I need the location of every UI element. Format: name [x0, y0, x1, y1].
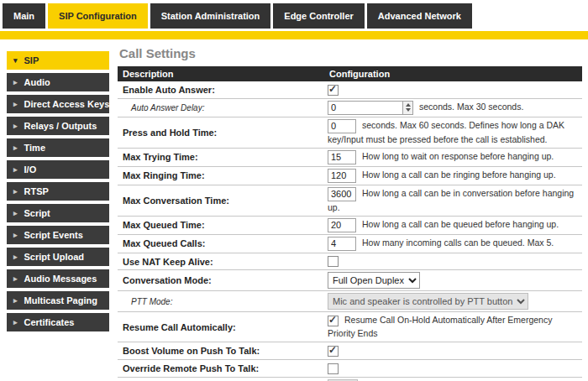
- row-config: [324, 255, 582, 269]
- row-config: [324, 362, 582, 375]
- table-row-override-remote-push-to-talk: Override Remote Push To Talk:: [118, 360, 582, 378]
- row-label: PTT Mode:: [118, 297, 324, 306]
- sidebar-item-direct-access-keys[interactable]: ▸ Direct Access Keys: [7, 95, 109, 113]
- boost-volume-on-push-to-talk-checkbox[interactable]: [328, 346, 339, 357]
- sidebar-item-audio[interactable]: ▸ Audio: [7, 73, 109, 91]
- column-header-configuration: Configuration: [324, 66, 582, 81]
- row-config: [324, 83, 582, 97]
- tab-station-administration[interactable]: Station Administration: [150, 3, 271, 29]
- number-stepper-icon[interactable]: [402, 101, 413, 115]
- sidebar-item-script-events[interactable]: ▸ Script Events: [7, 226, 109, 244]
- content: ▾ SIP ▸ Audio ▸ Direct Access Keys ▸ Rel…: [0, 39, 588, 381]
- use-nat-keep-alive-checkbox[interactable]: [328, 256, 339, 267]
- row-note: How long a call can be in conversation b…: [328, 188, 574, 212]
- page-title: Call Settings: [119, 46, 582, 60]
- max-queued-calls-input[interactable]: [328, 237, 356, 251]
- table-row-conversation-mode: Conversation Mode:Full Open Duplex: [118, 270, 582, 291]
- table-row-ptt-mode: PTT Mode:Mic and speaker is controlled b…: [118, 291, 582, 312]
- row-config: How many incoming calls can be queued. M…: [324, 237, 582, 251]
- sidebar-item-label: Script: [24, 208, 50, 218]
- ptt-mode-select[interactable]: Mic and speaker is controlled by PTT but…: [328, 293, 528, 310]
- tab-sip-configuration[interactable]: SIP Configuration: [48, 3, 148, 29]
- row-note: Resume Call On-Hold Automatically After …: [328, 315, 552, 338]
- max-conversation-time-input[interactable]: [328, 187, 356, 201]
- row-label: Max Trying Time:: [118, 152, 324, 162]
- sidebar-item-audio-messages[interactable]: ▸ Audio Messages: [7, 269, 109, 288]
- tab-advanced-network[interactable]: Advanced Network: [367, 3, 472, 29]
- table-row-max-queued-time: Max Queued Time:How long a call can be q…: [118, 217, 582, 235]
- max-ringing-time-input[interactable]: [328, 169, 356, 183]
- table-row-press-and-hold-time: Press and Hold Time:seconds. Max 60 seco…: [118, 117, 582, 149]
- chevron-right-icon: ▸: [13, 144, 18, 152]
- table-row-max-trying-time: Max Trying Time:How long to wait on resp…: [118, 149, 582, 167]
- sidebar-item-label: Audio Messages: [24, 274, 97, 284]
- enable-auto-answer-checkbox[interactable]: [328, 85, 339, 96]
- resume-call-automically-checkbox[interactable]: [328, 316, 339, 326]
- override-remote-push-to-talk-checkbox[interactable]: [328, 363, 339, 374]
- chevron-down-icon: ▾: [13, 56, 18, 65]
- chevron-right-icon: ▸: [13, 209, 18, 217]
- row-config: [324, 344, 582, 358]
- sidebar-item-relays-outputs[interactable]: ▸ Relays / Outputs: [7, 117, 109, 135]
- chevron-right-icon: ▸: [13, 78, 18, 86]
- sidebar-item-rtsp[interactable]: ▸ RTSP: [7, 182, 109, 201]
- table-row-resume-call-automically: Resume Call Automically:Resume Call On-H…: [118, 312, 582, 342]
- row-label: Max Queued Calls:: [118, 238, 324, 248]
- sidebar-item-label: Audio: [24, 77, 50, 87]
- row-config: Mic and speaker is controlled by PTT but…: [324, 293, 582, 310]
- sidebar-item-sip[interactable]: ▾ SIP: [7, 51, 109, 70]
- chevron-right-icon: ▸: [13, 253, 18, 261]
- auto-answer-delay-stepper[interactable]: [328, 101, 413, 115]
- sidebar-item-script[interactable]: ▸ Script: [7, 204, 109, 222]
- tab-edge-controller[interactable]: Edge Controller: [273, 3, 365, 29]
- row-label: Conversation Mode:: [118, 275, 324, 285]
- row-label: Max Conversation Time:: [118, 196, 324, 206]
- tab-main[interactable]: Main: [3, 3, 45, 29]
- sidebar-item-label: Direct Access Keys: [24, 99, 110, 109]
- sidebar-item-label: Script Events: [24, 230, 83, 240]
- press-and-hold-time-input[interactable]: [328, 119, 356, 133]
- table-row-enable-auto-answer: Enable Auto Answer:: [118, 81, 582, 99]
- accent-bar: [0, 31, 588, 39]
- chevron-right-icon: ▸: [13, 274, 18, 283]
- sidebar-item-label: Multicast Paging: [24, 295, 97, 305]
- max-queued-time-input[interactable]: [328, 218, 356, 232]
- row-config: Resume Call On-Hold Automatically After …: [324, 314, 582, 340]
- sidebar-item-certificates[interactable]: ▸ Certificates: [7, 313, 109, 331]
- row-label: Resume Call Automically:: [118, 322, 324, 332]
- row-note: How long a call can be queued before han…: [362, 219, 559, 229]
- row-note: How many incoming calls can be queued. M…: [362, 237, 554, 248]
- row-config: How long a call can be ringing before ha…: [324, 169, 582, 183]
- table-row-max-ringing-time: Max Ringing Time:How long a call can be …: [118, 167, 582, 185]
- table-header: Description Configuration: [118, 66, 582, 81]
- conversation-mode-select[interactable]: Full Open Duplex: [328, 272, 420, 289]
- sidebar-item-io[interactable]: ▸ I/O: [7, 160, 109, 179]
- sidebar-item-label: RTSP: [24, 186, 49, 196]
- row-config: seconds. Max 60 seconds. Defines how lon…: [324, 119, 582, 146]
- chevron-right-icon: ▸: [13, 318, 18, 326]
- row-label: Use NAT Keep Alive:: [118, 257, 324, 267]
- sidebar-item-label: SIP: [24, 55, 39, 65]
- sidebar: ▾ SIP ▸ Audio ▸ Direct Access Keys ▸ Rel…: [0, 39, 109, 335]
- sidebar-item-multicast-paging[interactable]: ▸ Multicast Paging: [7, 291, 109, 310]
- row-config: How long a call can be in conversation b…: [324, 187, 582, 214]
- table-row-auto-answer-delay: Auto Answer Delay:seconds. Max 30 second…: [118, 99, 582, 117]
- tab-bar: Main SIP Configuration Station Administr…: [0, 0, 588, 29]
- table-row-use-nat-keep-alive: Use NAT Keep Alive:: [118, 253, 582, 271]
- row-note: seconds. Max 30 seconds.: [419, 102, 523, 112]
- sidebar-item-script-upload[interactable]: ▸ Script Upload: [7, 248, 109, 266]
- settings-table: Description Configuration Enable Auto An…: [118, 66, 582, 381]
- max-trying-time-input[interactable]: [328, 150, 356, 164]
- row-label: Boost Volume on Push To Talk:: [118, 346, 324, 356]
- auto-answer-delay-input[interactable]: [328, 101, 402, 115]
- main-content: Call Settings Description Configuration …: [109, 39, 588, 381]
- row-config: Full Open Duplex: [324, 272, 582, 289]
- row-label: Press and Hold Time:: [118, 128, 324, 138]
- chevron-right-icon: ▸: [13, 296, 18, 305]
- table-row-boost-volume-on-push-to-talk: Boost Volume on Push To Talk:: [118, 342, 582, 360]
- chevron-right-icon: ▸: [13, 187, 18, 196]
- row-label: Auto Answer Delay:: [118, 103, 324, 112]
- sidebar-item-time[interactable]: ▸ Time: [7, 138, 109, 157]
- table-row-max-conversation-time: Max Conversation Time:How long a call ca…: [118, 185, 582, 217]
- chevron-right-icon: ▸: [13, 122, 18, 130]
